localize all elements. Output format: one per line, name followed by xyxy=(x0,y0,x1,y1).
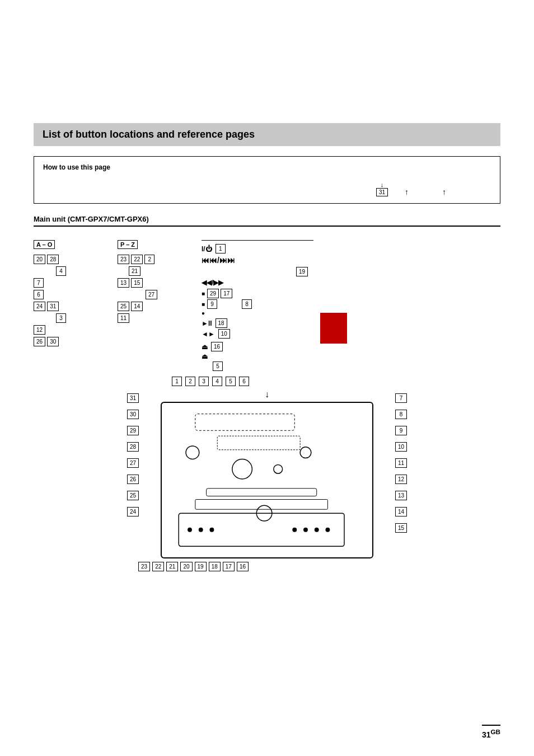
svg-rect-0 xyxy=(195,414,294,431)
left-num-31: 31 xyxy=(127,393,139,403)
svg-point-8 xyxy=(188,528,192,532)
svg-point-14 xyxy=(325,528,330,532)
ref-18: 18 xyxy=(216,318,227,328)
right-num-10: 10 xyxy=(395,442,407,452)
col-ao-label: A – O xyxy=(34,240,55,249)
svg-rect-7 xyxy=(179,513,344,546)
svg-point-4 xyxy=(300,447,311,458)
device-diagram-svg xyxy=(161,402,373,558)
pz-ref-25-14: 25 14 xyxy=(118,302,185,311)
left-num-26: 26 xyxy=(127,475,139,484)
left-labels: 31 30 29 28 27 26 25 24 xyxy=(127,393,139,516)
left-num-30: 30 xyxy=(127,410,139,419)
ao-ref-24-31: 24 31 xyxy=(34,302,101,311)
how-to-use-label: How to use this page xyxy=(43,163,491,171)
page-container: List of button locations and reference p… xyxy=(0,0,534,756)
right-num-7: 7 xyxy=(395,393,407,403)
section-title: List of button locations and reference p… xyxy=(43,129,491,140)
svg-rect-5 xyxy=(207,489,317,496)
top-num-3: 3 xyxy=(199,377,209,386)
page-number: 31GB xyxy=(482,725,500,739)
ref-5-row: 5 xyxy=(213,361,313,371)
power-symbol: I/⏻ xyxy=(202,245,212,253)
left-num-27: 27 xyxy=(127,458,139,468)
right-num-12: 12 xyxy=(395,475,407,484)
top-num-6: 6 xyxy=(239,377,249,386)
play-pause-row: ►II 18 xyxy=(202,318,313,328)
down-arrow-diagram: ↓ xyxy=(127,389,407,400)
stop2-symbol: ■ xyxy=(202,301,205,307)
section-header: List of button locations and reference p… xyxy=(34,123,500,146)
power-row: I/⏻ 1 xyxy=(202,244,313,253)
down-arrow: ↓ xyxy=(381,181,384,188)
arrow-down-indicator: ↓ 31 xyxy=(376,181,388,196)
prev-row: ◄► 10 xyxy=(202,329,313,339)
ref-10: 10 xyxy=(218,329,230,339)
svg-point-10 xyxy=(209,528,214,532)
ao-ref-3: 3 xyxy=(56,313,101,323)
stop1-row: ■ 29 17 xyxy=(202,289,313,298)
top-num-5: 5 xyxy=(226,377,236,386)
left-num-29: 29 xyxy=(127,426,139,435)
ref-num-31: 31 xyxy=(376,188,388,196)
svg-point-11 xyxy=(292,528,297,532)
right-num-14: 14 xyxy=(395,507,407,516)
bot-num-20: 20 xyxy=(180,562,192,571)
pz-ref-13-15: 13 15 xyxy=(118,278,185,288)
ref-8: 8 xyxy=(242,299,252,309)
ref-16: 16 xyxy=(211,342,223,351)
svg-rect-6 xyxy=(195,500,328,510)
bot-num-16: 16 xyxy=(237,562,249,571)
top-num-1: 1 xyxy=(172,377,182,386)
right-num-11: 11 xyxy=(395,458,407,468)
ao-ref-12: 12 xyxy=(34,325,101,335)
eject2-symbol: ⏏ xyxy=(202,353,208,360)
bot-num-19: 19 xyxy=(195,562,207,571)
diagram-section: 1 2 3 4 5 6 ↓ xyxy=(34,377,500,571)
pz-ref-11: 11 xyxy=(118,313,185,323)
ref-9: 9 xyxy=(207,299,217,309)
svg-point-3 xyxy=(274,464,283,473)
eject1-row: ⏏ 16 xyxy=(202,342,313,351)
column-transport: I/⏻ 1 ⏮⏮/⏭⏭ 19 ◀◀/▶▶ ■ 29 17 xyxy=(202,234,313,371)
stop1-symbol: ■ xyxy=(202,290,205,297)
arrow-up-row: ↑ ↑ xyxy=(405,187,446,196)
bot-num-18: 18 xyxy=(209,562,221,571)
main-unit-header: Main unit (CMT-GPX7/CMT-GPX6) xyxy=(34,215,500,227)
svg-point-1 xyxy=(186,446,199,459)
pz-ref-23-22-2: 23 22 2 xyxy=(118,255,185,264)
up-arrow-right: ↑ xyxy=(442,187,446,196)
right-num-9: 9 xyxy=(395,426,407,435)
pz-ref-27: 27 xyxy=(146,290,185,299)
svg-rect-16 xyxy=(217,436,300,450)
left-num-28: 28 xyxy=(127,442,139,452)
ref-19-row: 19 xyxy=(202,267,313,276)
right-labels: 7 8 9 10 11 12 13 14 15 xyxy=(395,393,407,533)
top-num-2: 2 xyxy=(185,377,195,386)
left-num-25: 25 xyxy=(127,491,139,500)
right-num-15: 15 xyxy=(395,523,407,533)
dot-row: ● xyxy=(202,310,313,316)
prev-next-row: ⏮⏮/⏭⏭ xyxy=(202,256,313,265)
ao-ref-26-30: 26 30 xyxy=(34,337,101,346)
top-num-row: 1 2 3 4 5 6 xyxy=(127,377,407,386)
rew-ff-symbol: ◀◀/▶▶ xyxy=(202,279,223,287)
play-pause-symbol: ►II xyxy=(202,320,212,327)
bot-num-22: 22 xyxy=(152,562,164,571)
svg-point-2 xyxy=(232,459,252,479)
svg-point-13 xyxy=(315,528,319,532)
bot-num-17: 17 xyxy=(223,562,235,571)
ao-ref-6: 6 xyxy=(34,290,101,299)
column-ao: A – O 20 28 4 7 6 24 31 xyxy=(34,234,101,371)
column-pz: P – Z 23 22 2 21 13 15 27 25 xyxy=(118,234,185,371)
ao-ref-20-28: 20 28 xyxy=(34,255,101,264)
how-to-use-content: ↓ 31 ↑ ↑ xyxy=(43,176,491,196)
up-arrow-left: ↑ xyxy=(405,187,409,196)
main-unit-title: Main unit (CMT-GPX7/CMT-GPX6) xyxy=(34,215,500,223)
prev-next-symbol: ⏮⏮/⏭⏭ xyxy=(202,256,235,265)
dot-symbol: ● xyxy=(202,310,205,316)
page-num-suffix: GB xyxy=(491,728,500,735)
red-tab-block xyxy=(320,313,347,344)
bottom-num-row: 23 22 21 20 19 18 17 16 xyxy=(127,562,407,571)
top-num-4: 4 xyxy=(212,377,222,386)
